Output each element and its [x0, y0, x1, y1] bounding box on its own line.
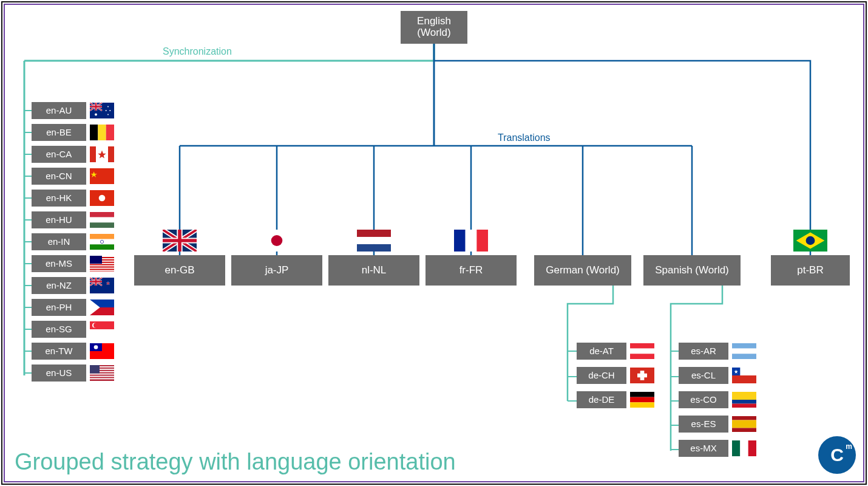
en-locale-box: en-CN [32, 168, 86, 185]
svg-rect-99 [357, 230, 391, 237]
flag-ch-icon [630, 368, 654, 383]
svg-point-36 [107, 106, 109, 108]
en-locale-box: en-IN [32, 233, 86, 250]
svg-point-80 [93, 323, 98, 328]
translation-node: nl-NL [328, 255, 419, 286]
svg-rect-118 [732, 349, 756, 354]
flag-in-icon [90, 234, 114, 250]
svg-rect-102 [454, 230, 466, 252]
logo-sup: m [846, 442, 852, 451]
svg-point-37 [109, 110, 110, 111]
flag-cl-icon [732, 368, 756, 383]
root-label-2: (World) [417, 27, 450, 39]
svg-point-98 [271, 235, 283, 246]
svg-rect-91 [90, 365, 100, 374]
svg-point-83 [94, 345, 98, 349]
flag-sg-icon [90, 321, 114, 337]
de-locale-box: de-DE [577, 391, 626, 408]
svg-rect-130 [732, 440, 740, 456]
flag-nl-icon [357, 230, 391, 252]
svg-point-38 [107, 114, 109, 115]
flag-hk-icon [90, 190, 114, 206]
es-locale-box: es-MX [679, 440, 728, 457]
flag-de-icon [630, 392, 654, 408]
es-locale-box: es-ES [679, 416, 728, 433]
root-node: English (World) [401, 11, 467, 44]
flag-cn-icon [90, 168, 114, 184]
svg-rect-89 [90, 376, 114, 377]
en-locale-box: en-SG [32, 321, 86, 338]
root-label-1: English [417, 16, 451, 27]
svg-rect-127 [732, 416, 756, 420]
flag-fr-icon [454, 230, 488, 252]
svg-rect-47 [90, 168, 114, 184]
svg-rect-42 [106, 125, 114, 140]
svg-rect-100 [357, 237, 391, 244]
flag-at-icon [630, 343, 654, 359]
svg-point-107 [806, 236, 815, 245]
flag-ar-icon [732, 343, 756, 359]
svg-point-50 [99, 195, 106, 201]
svg-rect-114 [630, 392, 654, 397]
svg-rect-103 [466, 230, 477, 252]
es-locale-box: es-AR [679, 343, 728, 360]
en-locale-box: en-MS [32, 255, 86, 272]
de-locale-box: de-CH [577, 367, 626, 384]
svg-rect-90 [90, 378, 114, 379]
svg-rect-113 [637, 374, 647, 378]
svg-rect-51 [90, 212, 114, 217]
flag-ca-icon [90, 146, 114, 162]
flag-br-icon [793, 230, 827, 252]
svg-rect-117 [732, 343, 756, 349]
svg-rect-56 [90, 244, 114, 250]
svg-point-39 [106, 110, 107, 111]
svg-rect-101 [357, 244, 391, 252]
translation-node: German (World) [534, 255, 631, 286]
svg-rect-40 [90, 125, 98, 140]
svg-rect-121 [732, 375, 756, 383]
en-locale-box: en-TW [32, 343, 86, 360]
translation-node: fr-FR [426, 255, 517, 286]
en-locale-box: en-AU [32, 102, 86, 119]
en-locale-box: en-CA [32, 146, 86, 163]
svg-rect-66 [90, 256, 102, 264]
svg-rect-53 [90, 222, 114, 228]
svg-rect-131 [740, 440, 748, 456]
diagram-title: Grouped strategy with language orientati… [15, 449, 456, 475]
translation-node: pt-BR [771, 255, 850, 286]
flag-es-icon [732, 416, 756, 432]
flag-ph-icon [90, 299, 114, 315]
flag-mx-icon [732, 440, 756, 456]
svg-rect-72 [90, 281, 102, 282]
flag-gb-icon [163, 230, 197, 252]
svg-point-35 [95, 114, 97, 116]
flag-co-icon [732, 392, 756, 408]
svg-rect-41 [98, 125, 106, 140]
svg-rect-129 [732, 428, 756, 433]
translation-node: Spanish (World) [643, 255, 741, 286]
en-locale-box: en-HU [32, 211, 86, 228]
svg-rect-124 [732, 392, 756, 400]
svg-rect-132 [748, 440, 756, 456]
flag-jp-icon [260, 230, 294, 252]
en-locale-box: en-BE [32, 124, 86, 141]
svg-rect-115 [630, 397, 654, 403]
svg-rect-52 [90, 217, 114, 223]
svg-rect-54 [90, 234, 114, 239]
svg-rect-44 [90, 146, 96, 162]
svg-rect-65 [90, 270, 114, 271]
es-locale-box: es-CL [679, 367, 728, 384]
translations-label: Translations [498, 132, 551, 143]
translation-node: ja-JP [231, 255, 322, 286]
svg-rect-64 [90, 268, 114, 269]
en-locale-box: en-US [32, 364, 86, 382]
svg-rect-88 [90, 374, 114, 375]
logo-letter: Cm [830, 445, 844, 465]
en-locale-box: en-PH [32, 299, 86, 316]
svg-rect-119 [732, 354, 756, 359]
svg-rect-116 [630, 402, 654, 408]
flag-hu-icon [90, 212, 114, 228]
flag-au-icon [90, 103, 114, 118]
en-locale-box: en-NZ [32, 277, 86, 294]
svg-rect-96 [163, 239, 197, 242]
